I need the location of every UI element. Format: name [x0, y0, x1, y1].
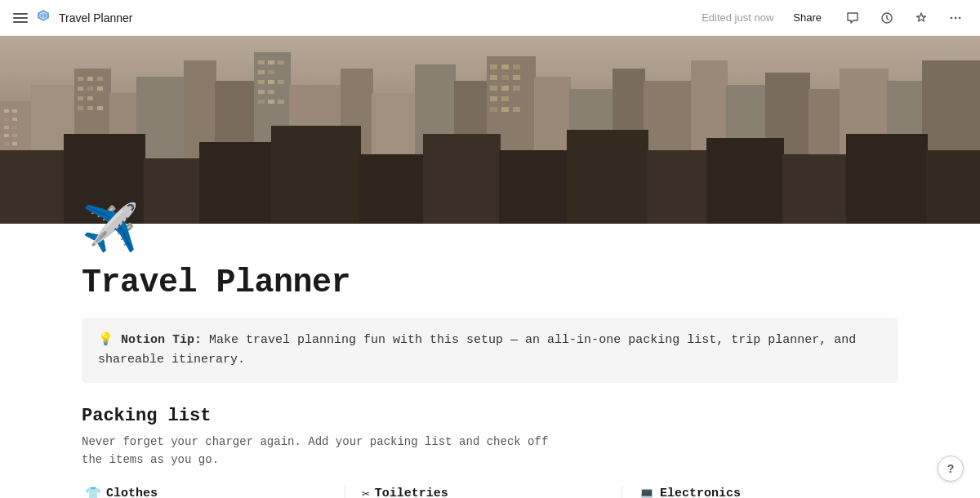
svg-rect-36 [12, 118, 17, 121]
svg-rect-79 [501, 107, 509, 112]
svg-rect-50 [87, 96, 93, 100]
page-icon-nav [36, 8, 51, 27]
toiletries-icon: ✂️ [362, 486, 370, 498]
svg-rect-66 [278, 100, 284, 104]
topbar: Travel Planner Edited just now Share [0, 0, 980, 36]
svg-rect-51 [78, 106, 83, 110]
page-emoji: ✈️ [82, 201, 898, 255]
electronics-icon: 💻 [639, 486, 655, 498]
svg-rect-44 [87, 77, 93, 81]
svg-rect-1 [13, 17, 28, 19]
page-title-nav: Travel Planner [59, 11, 133, 24]
packing-columns: 👕 Clothes Pants ✂️ Toiletries Toothbrush… [82, 486, 898, 498]
svg-rect-40 [12, 134, 17, 137]
share-button[interactable]: Share [785, 8, 830, 27]
svg-rect-64 [258, 100, 265, 104]
svg-rect-55 [268, 60, 274, 64]
clothes-label: Clothes [106, 487, 158, 498]
svg-rect-67 [490, 64, 497, 69]
svg-point-5 [955, 16, 957, 19]
svg-rect-94 [926, 150, 980, 224]
svg-rect-53 [97, 106, 103, 110]
svg-rect-76 [490, 96, 497, 101]
topbar-left: Travel Planner [13, 8, 133, 27]
toiletries-header: ✂️ Toiletries [362, 486, 605, 498]
svg-rect-47 [87, 87, 93, 91]
svg-rect-43 [78, 77, 83, 81]
clothes-header: 👕 Clothes [85, 486, 328, 498]
svg-rect-78 [490, 107, 497, 112]
svg-rect-62 [258, 90, 265, 94]
svg-rect-57 [258, 70, 265, 74]
svg-rect-2 [13, 21, 28, 23]
toiletries-column: ✂️ Toiletries Toothbrush [345, 486, 622, 498]
svg-rect-42 [12, 142, 17, 145]
svg-rect-71 [501, 75, 509, 80]
svg-rect-68 [501, 64, 509, 69]
electronics-column: 💻 Electronics Charger [622, 486, 898, 498]
packing-list-title: Packing list [82, 406, 898, 426]
svg-rect-38 [12, 126, 17, 129]
svg-rect-73 [490, 86, 497, 91]
packing-list-desc: Never forget your charger again. Add you… [82, 433, 898, 469]
clothes-column: 👕 Clothes Pants [82, 486, 345, 498]
svg-rect-49 [78, 96, 83, 100]
electronics-label: Electronics [660, 487, 741, 498]
svg-rect-74 [501, 86, 509, 91]
clothes-icon: 👕 [85, 486, 101, 498]
svg-rect-81 [0, 150, 65, 224]
svg-rect-65 [268, 100, 274, 104]
svg-rect-63 [268, 90, 274, 94]
svg-rect-59 [258, 80, 265, 84]
svg-rect-48 [97, 87, 103, 91]
svg-rect-0 [13, 13, 28, 15]
svg-rect-80 [513, 107, 520, 112]
notion-tip-box: 💡 Notion Tip: Make travel planning fun w… [82, 318, 898, 383]
help-button[interactable]: ? [938, 456, 964, 482]
svg-rect-35 [4, 118, 9, 121]
svg-rect-46 [78, 87, 83, 91]
hero-image [0, 36, 980, 224]
svg-point-6 [959, 16, 961, 19]
svg-rect-39 [4, 134, 9, 137]
svg-rect-77 [501, 96, 509, 101]
tip-emoji: 💡 [98, 333, 121, 347]
svg-rect-41 [4, 142, 9, 145]
svg-rect-52 [87, 106, 93, 110]
electronics-header: 💻 Electronics [639, 486, 882, 498]
svg-point-4 [951, 16, 953, 19]
svg-rect-56 [278, 60, 284, 64]
svg-rect-58 [268, 70, 274, 74]
svg-rect-37 [4, 126, 9, 129]
svg-rect-70 [490, 75, 497, 80]
svg-rect-75 [513, 86, 520, 91]
edited-timestamp: Edited just now [702, 11, 773, 24]
svg-rect-33 [4, 109, 9, 113]
topbar-right: Edited just now Share [702, 7, 967, 29]
tip-label: Notion Tip: [121, 333, 202, 347]
page-title: Travel Planner [82, 265, 898, 301]
menu-icon[interactable] [13, 11, 28, 25]
comment-icon[interactable] [841, 7, 864, 29]
svg-rect-34 [12, 109, 17, 113]
main-content: ✈️ Travel Planner 💡 Notion Tip: Make tra… [0, 201, 980, 498]
star-icon[interactable] [910, 7, 933, 29]
svg-rect-45 [97, 77, 103, 81]
history-icon[interactable] [875, 7, 898, 29]
svg-rect-60 [268, 80, 274, 84]
svg-rect-54 [258, 60, 265, 64]
tip-text: Make travel planning fun with this setup… [98, 333, 856, 367]
svg-rect-72 [513, 75, 520, 80]
svg-rect-61 [278, 80, 284, 84]
toiletries-label: Toiletries [375, 487, 448, 498]
more-options-icon[interactable] [944, 7, 967, 29]
svg-rect-69 [513, 64, 520, 69]
